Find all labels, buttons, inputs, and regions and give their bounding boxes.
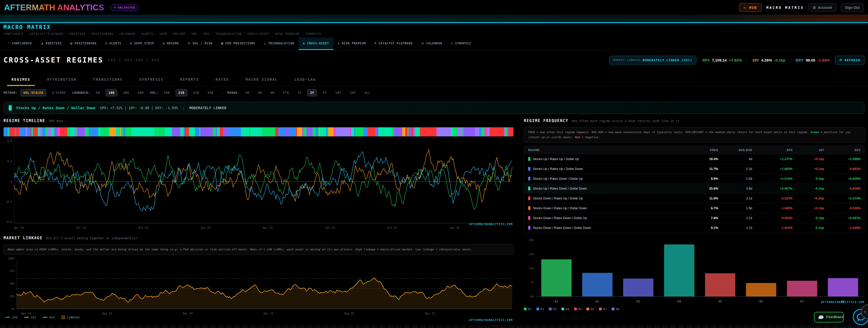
synopsis-icon: ↗ xyxy=(451,41,453,45)
breadcrumb: MACRO MATRIX CONFLUENCE · CATALYST PLAYB… xyxy=(3,24,321,35)
subtab-attribution[interactable]: ATTRIBUTION xyxy=(46,73,78,86)
tab-synopsis[interactable]: ↗SYNOPSIS xyxy=(446,37,475,50)
option-lookback-60d[interactable]: 60D xyxy=(135,89,147,96)
option-vol-42d[interactable]: 42D xyxy=(190,89,202,96)
tab-cross-asset[interactable]: ⇅CROSS-ASSET xyxy=(299,37,333,50)
subtab-transitions[interactable]: TRANSITIONS xyxy=(92,73,124,86)
option-range-20y[interactable]: 20Y xyxy=(347,89,359,96)
option-range-ytd[interactable]: YTD xyxy=(280,89,292,96)
account-button[interactable]: ⚙ Account xyxy=(808,3,836,12)
svg-text:Jul 24: Jul 24 xyxy=(76,226,86,229)
table-row[interactable]: Stocks Up / Rates Up / Dollar Down11.7%2… xyxy=(524,164,865,174)
dxy-cell: +0.609% xyxy=(824,177,861,181)
page-title-row: CROSS-ASSET REGIMES SPX + UST 10Y + DXY … xyxy=(3,53,865,67)
subtab-lead-lag[interactable]: LEAD-LAG xyxy=(293,73,317,86)
option-range-3m[interactable]: 3M xyxy=(255,89,265,96)
option-lookback-20d[interactable]: 20D xyxy=(120,89,132,96)
svg-text:Jan 25: Jan 25 xyxy=(200,226,211,229)
option-method-z-score[interactable]: Z-SCORE xyxy=(49,89,69,96)
table-row[interactable]: Stocks Down / Rates Down / Dollar Up7.8%… xyxy=(524,213,865,223)
option-range-1m[interactable]: 1M xyxy=(243,89,252,96)
table-row[interactable]: Stocks Up / Rates Down / Dollar Up8.9%1.… xyxy=(524,174,865,184)
tab-fed-projections[interactable]: ▦FED PROJECTIONS xyxy=(217,37,260,50)
option-range-5y[interactable]: 5Y xyxy=(320,89,330,96)
tab-positioning[interactable]: ▥POSITIONING xyxy=(66,37,101,50)
tab-label: FED PROJECTIONS xyxy=(225,42,255,45)
table-row[interactable]: Stocks Up / Rates Down / Dollar Down25.8… xyxy=(524,184,865,193)
spx-cell: -0.954% xyxy=(752,216,793,220)
page-subtitle: SPX + UST 10Y + DXY xyxy=(108,58,160,62)
svg-text:Oct 25: Oct 25 xyxy=(387,226,397,229)
tab-equities[interactable]: ⊿EQUITIES xyxy=(36,37,66,50)
signout-button[interactable]: Sign Out xyxy=(841,3,864,12)
tab-alerts[interactable]: ◔ALERTS xyxy=(101,37,125,50)
tab-label: SOFR STRIP xyxy=(134,42,154,45)
svg-text:50%: 50% xyxy=(9,282,14,285)
frequency-bars-wrap: 28%21%14%7%0%R1R2R3R4R5R6R7R8 AFTERMATHA… xyxy=(524,237,865,305)
table-row[interactable]: Stocks Down / Rates Down / Dollar Down9.… xyxy=(524,223,865,233)
freq-cell: 25.8% xyxy=(690,187,718,190)
subtab-synthesis[interactable]: SYNTHESIS xyxy=(138,73,164,86)
tab-sofr-strip[interactable]: ≡SOFR STRIP xyxy=(126,37,158,50)
option-lookback-10d[interactable]: 10D xyxy=(106,89,117,96)
tab-triangulation[interactable]: △TRIANGULATION xyxy=(260,37,299,50)
market-linkage-chart: 100%75%50%25%0%Apr 24Aug 24Dec 24Apr 25A… xyxy=(3,257,514,318)
10y-cell: +0.1bp xyxy=(793,167,824,171)
regime-name-cell: Stocks Up / Rates Down / Dollar Down xyxy=(528,187,690,190)
ticker-value: 7,109.14 xyxy=(712,58,726,62)
linkage-chart-wrap: 100%75%50%25%0%Apr 24Aug 24Dec 24Apr 25A… xyxy=(3,257,514,318)
legend-item-r2: R2 xyxy=(536,307,545,310)
tab-risk-premium[interactable]: ◇RISK PREMIUM xyxy=(333,37,370,50)
control-group-lookback: LOOKBACK:5D10D20D60D xyxy=(72,89,147,96)
legend-label: R6 xyxy=(591,307,594,310)
option-range-all[interactable]: ALL xyxy=(362,89,373,96)
tab-catalyst-playbook[interactable]: ϟCATALYST PLAYBOOK xyxy=(370,37,417,50)
top-header: AFTERMATH ANALYTICS ∞ UNLIMITED ← HUB MA… xyxy=(0,0,868,15)
regime-swatch xyxy=(528,157,530,161)
regime-name-cell: Stocks Up / Rates Up / Dollar Down xyxy=(528,167,690,171)
dur-cell: 2.1d xyxy=(718,216,752,220)
option-range-6m[interactable]: 6M xyxy=(268,89,277,96)
regime-name-cell: Stocks Down / Rates Up / Dollar Up xyxy=(528,196,690,200)
bottom-ticker-strip xyxy=(0,325,868,328)
legend-line-mark xyxy=(43,317,48,318)
table-row[interactable]: Stocks Down / Rates Up / Dollar Down6.7%… xyxy=(524,203,865,213)
option-method-vol-scaled[interactable]: VOL-SCALED xyxy=(21,89,46,96)
regime-name: Stocks Down / Rates Down / Dollar Up xyxy=(533,216,587,220)
control-group-label: LOOKBACK: xyxy=(72,91,90,95)
regime-name: Stocks Up / Rates Down / Dollar Down xyxy=(533,187,587,190)
option-range-2y[interactable]: 2Y xyxy=(307,89,317,96)
svg-text:R4: R4 xyxy=(678,300,681,303)
option-vol-21d[interactable]: 21D xyxy=(176,89,187,96)
option-range-10y[interactable]: 10Y xyxy=(333,89,344,96)
table-row[interactable]: Stocks Down / Rates Up / Dollar Up11.5%3… xyxy=(524,193,865,203)
cross-asset-icon: ⇅ xyxy=(303,41,305,45)
tab-regime[interactable]: ◎REGIME xyxy=(158,37,183,50)
feedback-button[interactable]: Feedback xyxy=(814,312,844,323)
option-range-1y[interactable]: 1Y xyxy=(295,89,304,96)
tab-vol-risk[interactable]: ∿VOL / RISK xyxy=(183,37,217,50)
tab-confluence[interactable]: ◠CONFLUENCE xyxy=(3,37,36,50)
svg-text:R7: R7 xyxy=(800,300,804,303)
subtab-rates[interactable]: RATES xyxy=(215,73,230,86)
legend-label: R8 xyxy=(616,307,620,310)
ticker-dxy: DXY98.05-1.93% xyxy=(790,58,830,62)
table-row[interactable]: Stocks Up / Rates Up / Dollar Up18.4%4d+… xyxy=(524,154,865,164)
regime-timeline-header: REGIME TIMELINE 490 days xyxy=(3,119,514,125)
refresh-button[interactable]: ⟳ REFRESH xyxy=(835,56,865,65)
timeline-chart-legend: SPX10YDXYLINKAGE xyxy=(5,316,80,319)
option-lookback-5d[interactable]: 5D xyxy=(93,89,103,96)
spx-cell: -1.910% xyxy=(752,226,793,230)
tab-calendar[interactable]: ∿CALENDAR xyxy=(417,37,446,50)
option-vol-63d[interactable]: 63D xyxy=(205,89,217,96)
regime-frequency-subtitle: How often each regime occurs & what retu… xyxy=(572,119,680,123)
svg-text:21%: 21% xyxy=(529,253,534,256)
option-vol-10d[interactable]: 10D xyxy=(161,89,173,96)
dxy-cell: +1.098% xyxy=(824,157,861,161)
legend-swatch xyxy=(612,307,614,310)
subtab-macro-signal[interactable]: MACRO SIGNAL xyxy=(245,73,279,86)
subtab-regimes[interactable]: REGIMES xyxy=(10,73,31,86)
hub-button[interactable]: ← HUB xyxy=(739,3,762,12)
tab-label: POSITIONING xyxy=(74,42,96,45)
subtab-reports[interactable]: REPORTS xyxy=(179,73,200,86)
